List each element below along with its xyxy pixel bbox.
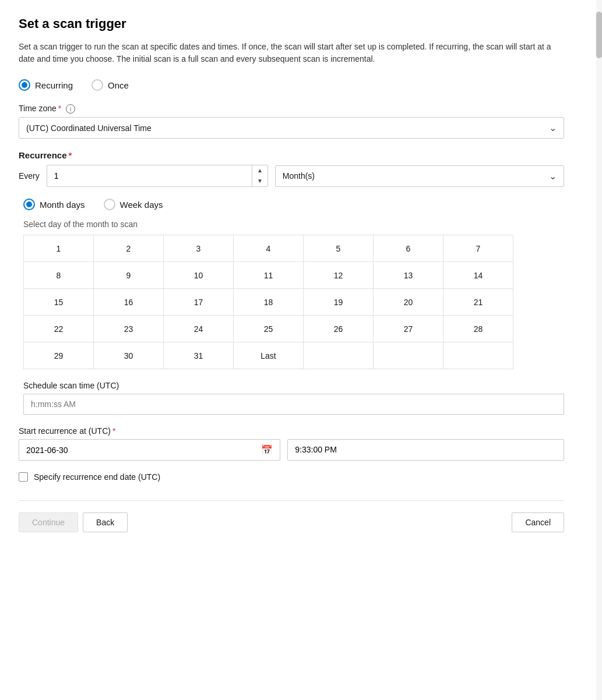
calendar-day-11[interactable]: 11	[234, 262, 304, 289]
calendar-day-20[interactable]: 20	[374, 289, 443, 316]
day-calendar: 1234567891011121314151617181920212223242…	[23, 235, 513, 369]
calendar-day-7[interactable]: 7	[443, 235, 513, 262]
start-date-wrapper[interactable]: 📅	[19, 439, 280, 461]
week-days-radio[interactable]	[104, 199, 115, 210]
calendar-day-5[interactable]: 5	[304, 235, 374, 262]
time-zone-select[interactable]: (UTC) Coordinated Universal Time ⌄	[19, 117, 564, 139]
period-select[interactable]: Month(s) ⌄	[275, 165, 564, 187]
calendar-day-24[interactable]: 24	[164, 316, 234, 342]
schedule-time-input[interactable]	[23, 394, 564, 415]
start-time-input[interactable]	[288, 440, 564, 459]
calendar-day-4[interactable]: 4	[234, 235, 304, 262]
calendar-day-13[interactable]: 13	[374, 262, 443, 289]
once-radio[interactable]	[91, 79, 103, 91]
every-label: Every	[19, 171, 40, 181]
continue-button[interactable]: Continue	[19, 512, 78, 532]
calendar-day-25[interactable]: 25	[234, 316, 304, 342]
start-recurrence-row: 📅	[19, 439, 564, 461]
recurring-label: Recurring	[35, 80, 73, 90]
time-zone-value: (UTC) Coordinated Universal Time	[26, 123, 152, 133]
week-days-label: Week days	[120, 200, 163, 210]
calendar-empty	[374, 342, 443, 369]
calendar-day-10[interactable]: 10	[164, 262, 234, 289]
schedule-label: Schedule scan time (UTC)	[23, 381, 564, 390]
calendar-day-15[interactable]: 15	[24, 289, 94, 316]
back-button[interactable]: Back	[83, 512, 128, 532]
period-value: Month(s)	[283, 171, 315, 181]
footer-left-buttons: Continue Back	[19, 512, 128, 532]
calendar-day-21[interactable]: 21	[443, 289, 513, 316]
calendar-day-6[interactable]: 6	[374, 235, 443, 262]
calendar-day-1[interactable]: 1	[24, 235, 94, 262]
end-date-label: Specify recurrence end date (UTC)	[34, 472, 160, 482]
calendar-day-26[interactable]: 26	[304, 316, 374, 342]
schedule-section: Schedule scan time (UTC)	[23, 381, 564, 415]
calendar-day-2[interactable]: 2	[94, 235, 164, 262]
calendar-day-Last[interactable]: Last	[234, 342, 304, 369]
month-days-radio[interactable]	[23, 199, 35, 210]
month-days-option[interactable]: Month days	[23, 199, 85, 210]
calendar-day-22[interactable]: 22	[24, 316, 94, 342]
once-option[interactable]: Once	[91, 79, 129, 91]
calendar-day-29[interactable]: 29	[24, 342, 94, 369]
day-type-group: Month days Week days	[23, 199, 564, 210]
calendar-day-14[interactable]: 14	[443, 262, 513, 289]
scrollbar-thumb[interactable]	[596, 12, 602, 58]
recurring-option[interactable]: Recurring	[19, 79, 73, 91]
page-description: Set a scan trigger to run the scan at sp…	[19, 41, 564, 65]
calendar-sublabel: Select day of the month to scan	[23, 220, 564, 229]
time-zone-info-icon[interactable]: i	[66, 104, 75, 114]
calendar-day-17[interactable]: 17	[164, 289, 234, 316]
recurring-radio[interactable]	[19, 79, 30, 91]
calendar-day-16[interactable]: 16	[94, 289, 164, 316]
spin-buttons: ▲ ▼	[252, 165, 267, 186]
end-date-row: Specify recurrence end date (UTC)	[19, 472, 564, 482]
every-spin-input[interactable]: 1 ▲ ▼	[47, 165, 268, 187]
recurrence-section: Recurrence* Every 1 ▲ ▼ Month(s) ⌄	[19, 150, 564, 187]
time-zone-chevron-icon: ⌄	[549, 122, 557, 133]
start-recurrence-label: Start recurrence at (UTC)*	[19, 426, 564, 436]
period-chevron-icon: ⌄	[549, 171, 557, 182]
recurrence-label: Recurrence*	[19, 150, 564, 160]
trigger-type-group: Recurring Once	[19, 79, 564, 91]
once-label: Once	[108, 80, 129, 90]
calendar-day-23[interactable]: 23	[94, 316, 164, 342]
calendar-day-28[interactable]: 28	[443, 316, 513, 342]
week-days-option[interactable]: Week days	[104, 199, 163, 210]
end-date-checkbox[interactable]	[19, 472, 28, 482]
start-recurrence-section: Start recurrence at (UTC)* 📅	[19, 426, 564, 461]
every-value-input[interactable]: 1	[47, 167, 252, 185]
calendar-day-18[interactable]: 18	[234, 289, 304, 316]
page-title: Set a scan trigger	[19, 16, 564, 31]
footer-bar: Continue Back Cancel	[19, 500, 564, 532]
scrollbar[interactable]	[596, 0, 602, 700]
calendar-day-27[interactable]: 27	[374, 316, 443, 342]
calendar-day-31[interactable]: 31	[164, 342, 234, 369]
time-zone-label: Time zone* i	[19, 104, 564, 114]
calendar-empty	[304, 342, 374, 369]
calendar-day-8[interactable]: 8	[24, 262, 94, 289]
calendar-day-3[interactable]: 3	[164, 235, 234, 262]
calendar-icon[interactable]: 📅	[261, 444, 273, 455]
spin-up-button[interactable]: ▲	[252, 165, 267, 176]
time-zone-section: Time zone* i (UTC) Coordinated Universal…	[19, 104, 564, 139]
calendar-day-9[interactable]: 9	[94, 262, 164, 289]
spin-down-button[interactable]: ▼	[252, 176, 267, 186]
recurrence-row: Every 1 ▲ ▼ Month(s) ⌄	[19, 165, 564, 187]
month-days-label: Month days	[40, 200, 85, 210]
calendar-day-12[interactable]: 12	[304, 262, 374, 289]
cancel-button[interactable]: Cancel	[512, 512, 564, 532]
calendar-empty	[443, 342, 513, 369]
calendar-day-19[interactable]: 19	[304, 289, 374, 316]
start-date-input[interactable]	[26, 446, 256, 455]
start-time-wrapper[interactable]	[287, 439, 564, 461]
calendar-day-30[interactable]: 30	[94, 342, 164, 369]
